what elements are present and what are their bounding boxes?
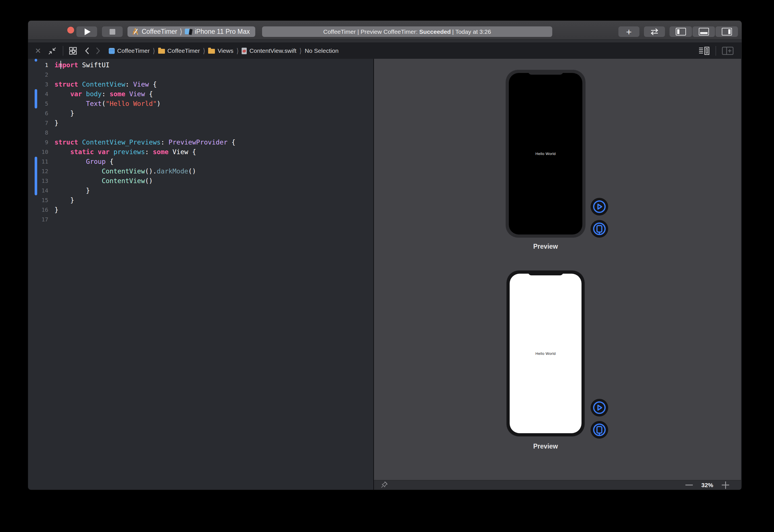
code-text: } [55, 108, 74, 118]
preview-on-device-button-2[interactable] [591, 421, 608, 439]
code-line[interactable]: 17 [28, 215, 373, 224]
toggle-navigator-button[interactable] [670, 26, 692, 37]
xcode-window: CoffeeTimer ⟩ iPhone 11 Pro Max CoffeeTi… [28, 21, 742, 490]
related-items-icon[interactable] [68, 46, 78, 55]
library-button[interactable]: + [618, 26, 639, 37]
app-icon [131, 28, 139, 35]
stop-button[interactable] [102, 26, 123, 37]
breadcrumb-separator: ⟩ [237, 47, 239, 55]
code-text: } [55, 186, 90, 195]
add-editor-icon[interactable] [722, 46, 734, 55]
navigator-panel-icon [676, 28, 686, 35]
code-text: } [55, 118, 58, 128]
jumpbar-divider [63, 46, 63, 56]
code-line[interactable]: 16} [28, 205, 373, 215]
code-line[interactable]: 6 } [28, 108, 373, 118]
run-button[interactable] [76, 26, 97, 37]
code-review-button[interactable] [644, 26, 665, 37]
live-preview-button-1[interactable] [591, 198, 608, 215]
zoom-out-button[interactable] [685, 485, 693, 485]
zoom-in-button[interactable] [722, 481, 729, 489]
editor-options-icon[interactable] [698, 46, 710, 56]
run-destination-icon [185, 28, 192, 35]
code-line[interactable]: 2 [28, 70, 373, 79]
preview-screen-light: Hello World [510, 274, 581, 433]
toggle-debug-area-button[interactable] [693, 26, 715, 37]
code-text: import SwiftUI [55, 60, 110, 70]
scheme-device-label: iPhone 11 Pro Max [195, 28, 250, 35]
zoom-level: 32% [701, 482, 713, 489]
scheme-selector[interactable]: CoffeeTimer ⟩ iPhone 11 Pro Max [127, 26, 255, 37]
breadcrumb-label: No Selection [305, 47, 338, 54]
code-line[interactable]: 8 [28, 128, 373, 137]
breadcrumb-item[interactable]: CoffeeTimer [158, 47, 200, 54]
change-bar-top [35, 59, 37, 62]
source-editor[interactable]: 1import SwiftUI23struct ContentView: Vie… [28, 59, 374, 490]
folder-icon [158, 49, 165, 54]
preview-hello-text-dark: Hello World [535, 152, 556, 156]
inspector-panel-icon [722, 28, 732, 35]
collapse-editor-icon[interactable] [47, 46, 57, 56]
breadcrumb-label: Views [217, 47, 233, 54]
breadcrumb-item[interactable]: Views [208, 47, 233, 54]
toggle-inspectors-button[interactable] [716, 26, 738, 37]
code-line[interactable]: 5 Text("Hello World") [28, 99, 373, 108]
code-text: struct ContentView_Previews: PreviewProv… [55, 137, 235, 147]
jumpbar-right-divider [716, 46, 716, 56]
breadcrumb-label: CoffeeTimer [117, 47, 150, 54]
back-chevron-icon[interactable] [84, 47, 90, 55]
line-number: 4 [28, 89, 55, 99]
code-line[interactable]: 13 ContentView() [28, 176, 373, 186]
project-icon [109, 48, 115, 54]
preview-device-light[interactable]: Hello World [506, 270, 585, 437]
preview-device-dark[interactable]: Hello World [505, 70, 586, 238]
line-number: 10 [28, 147, 55, 157]
code-line[interactable]: 7} [28, 118, 373, 128]
forward-chevron-icon[interactable] [95, 47, 101, 55]
breadcrumb: CoffeeTimer⟩CoffeeTimer⟩Views⟩ContentVie… [109, 47, 339, 54]
change-bar-lines-4-5 [35, 89, 37, 108]
preview-hello-text-light: Hello World [535, 351, 556, 356]
line-number: 17 [28, 215, 55, 224]
code-line[interactable]: 1import SwiftUI [28, 60, 373, 70]
code-line[interactable]: 15 } [28, 195, 373, 205]
text-cursor [60, 61, 61, 69]
breadcrumb-label: ContentView.swift [249, 47, 296, 54]
breadcrumb-item[interactable]: ContentView.swift [242, 47, 296, 54]
code-text: } [55, 195, 74, 205]
code-line[interactable]: 14 } [28, 186, 373, 195]
code-line[interactable]: 3struct ContentView: View { [28, 79, 373, 89]
status-result: Succeeded [419, 28, 451, 35]
stop-icon [110, 29, 115, 35]
code-line[interactable]: 12 ContentView().darkMode() [28, 166, 373, 176]
preview-label-1: Preview [505, 243, 586, 250]
close-window-button[interactable] [67, 27, 74, 33]
line-number: 15 [28, 195, 55, 205]
close-editor-icon[interactable]: ✕ [35, 47, 41, 55]
breadcrumb-separator: ⟩ [300, 47, 302, 55]
scheme-project-label: CoffeeTimer [142, 28, 177, 35]
line-number: 2 [28, 70, 55, 79]
status-suffix: | Today at 3:26 [452, 28, 491, 35]
code-line[interactable]: 4 var body: some View { [28, 89, 373, 99]
swift-file-icon [242, 48, 247, 54]
breadcrumb-label: CoffeeTimer [168, 47, 200, 54]
line-number: 11 [28, 157, 55, 166]
pin-preview-icon[interactable] [381, 481, 388, 489]
change-bar-lines-11-14 [35, 157, 37, 195]
breadcrumb-separator: ⟩ [153, 47, 155, 55]
breadcrumb-item[interactable]: CoffeeTimer [109, 47, 150, 54]
breadcrumb-separator: ⟩ [203, 47, 205, 55]
preview-on-device-button-1[interactable] [591, 220, 608, 238]
breadcrumb-item[interactable]: No Selection [305, 47, 338, 54]
line-number: 12 [28, 166, 55, 176]
preview-screen-dark: Hello World [509, 73, 582, 234]
jump-bar: ✕ [28, 40, 742, 59]
code-text: Group { [55, 157, 114, 166]
code-line[interactable]: 11 Group { [28, 157, 373, 166]
live-preview-button-2[interactable] [591, 399, 608, 416]
code-line[interactable]: 10 static var previews: some View { [28, 147, 373, 157]
line-number: 13 [28, 176, 55, 186]
code-line[interactable]: 9struct ContentView_Previews: PreviewPro… [28, 137, 373, 147]
activity-viewer[interactable]: CoffeeTimer | Preview CoffeeTimer: Succe… [262, 26, 552, 37]
